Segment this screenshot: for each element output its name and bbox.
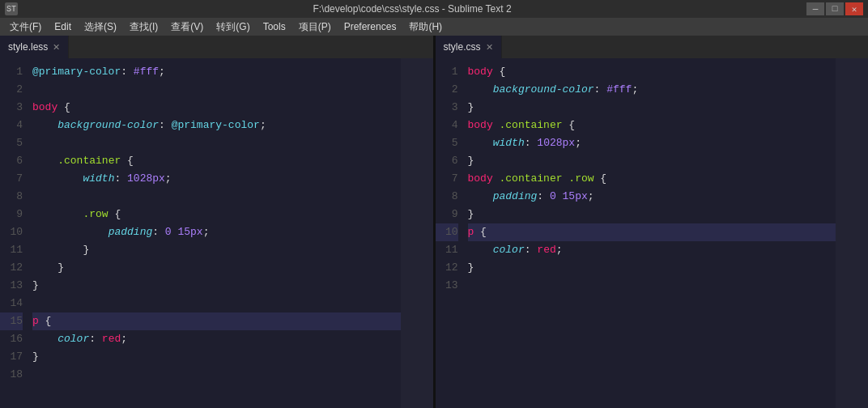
right-editor-panel: style.css ✕ 12345678910111213body { back… — [436, 36, 869, 408]
code-content[interactable]: body { background-color: #fff;}body .con… — [465, 58, 836, 408]
right-tab-close[interactable]: ✕ — [486, 43, 493, 52]
right-tab-label: style.css — [444, 41, 481, 53]
app-icon: ST — [5, 2, 18, 15]
code-line: p { — [32, 312, 401, 330]
right-tab-bar: style.css ✕ — [436, 36, 869, 58]
code-token: { — [39, 315, 52, 327]
menu-item-f[interactable]: 文件(F) — [3, 19, 48, 36]
code-token — [32, 226, 108, 238]
left-tab-close[interactable]: ✕ — [53, 43, 60, 52]
code-line: @primary-color: #fff; — [32, 63, 401, 81]
code-token: } — [468, 208, 474, 220]
code-token: ; — [159, 66, 165, 78]
code-line: background-color: @primary-color; — [32, 117, 401, 134]
code-line: width: 1028px; — [468, 134, 836, 152]
code-token: ; — [556, 244, 563, 256]
maximize-button[interactable]: □ — [826, 2, 844, 15]
menu-item-s[interactable]: 选择(S) — [78, 19, 123, 36]
code-token: } — [83, 244, 89, 256]
code-line: padding: 0 15px; — [32, 223, 401, 241]
code-token: 1028px — [121, 172, 165, 185]
code-token: } — [32, 351, 39, 363]
left-tab-bar: style.less ✕ — [0, 36, 433, 58]
code-token: { — [474, 226, 487, 238]
code-line — [32, 295, 401, 312]
menu-item-g[interactable]: 转到(G) — [210, 19, 256, 36]
code-token: 0 15px — [543, 190, 588, 202]
menu-item-h[interactable]: 帮助(H) — [402, 19, 449, 36]
code-token: ; — [588, 190, 594, 202]
code-token — [32, 155, 57, 167]
code-token: color — [57, 333, 89, 345]
code-token: } — [468, 155, 474, 167]
code-line: color: red; — [32, 330, 401, 348]
code-content[interactable]: @primary-color: #fff; body { background-… — [29, 58, 401, 408]
menu-item-i[interactable]: 查找(I) — [123, 19, 164, 36]
code-token: padding — [493, 190, 538, 202]
code-token: @primary-color — [32, 66, 121, 78]
code-token: } — [468, 101, 474, 113]
right-tab[interactable]: style.css ✕ — [436, 36, 502, 58]
menu-item-p[interactable]: 项目(P) — [292, 19, 338, 36]
code-token: : — [525, 244, 531, 256]
code-token — [468, 190, 493, 202]
code-token: color — [493, 244, 525, 256]
code-line: } — [468, 99, 836, 117]
code-token: .container .row — [500, 172, 594, 185]
line-numbers: 123456789101112131415161718 — [0, 58, 29, 408]
minimize-button[interactable]: — — [806, 2, 824, 15]
code-line: padding: 0 15px; — [468, 188, 836, 206]
left-editor-panel: style.less ✕ 123456789101112131415161718… — [0, 36, 436, 408]
code-line — [32, 366, 401, 384]
code-token: { — [563, 119, 576, 131]
code-token: } — [32, 279, 39, 291]
code-line — [32, 188, 401, 206]
code-line: } — [468, 152, 836, 170]
line-numbers: 12345678910111213 — [436, 58, 465, 408]
code-line: background-color: #fff; — [468, 81, 836, 99]
code-line: width: 1028px; — [32, 170, 401, 188]
code-token: { — [493, 66, 506, 78]
code-token: : — [89, 333, 96, 345]
code-token: .container — [57, 155, 121, 167]
code-token: ; — [575, 137, 581, 149]
code-token: 1028px — [531, 137, 576, 149]
code-token: p — [32, 315, 39, 327]
menu-bar: 文件(F)Edit选择(S)查找(I)查看(V)转到(G)Tools项目(P)P… — [0, 18, 868, 36]
code-line: } — [32, 277, 401, 295]
code-token: ; — [165, 172, 172, 185]
code-token: background-color — [493, 83, 594, 96]
code-token — [32, 172, 83, 185]
code-token: width — [493, 137, 525, 149]
code-token: ; — [203, 226, 210, 238]
left-code-area[interactable]: 123456789101112131415161718@primary-colo… — [0, 58, 433, 408]
right-code-area[interactable]: 12345678910111213body { background-color… — [436, 58, 869, 408]
code-token: red — [96, 333, 121, 345]
title-bar: ST F:\develop\code\css\style.css - Subli… — [0, 0, 868, 18]
close-button[interactable]: ✕ — [845, 2, 863, 15]
code-token: body — [468, 66, 493, 78]
code-line: body { — [32, 99, 401, 117]
menu-item-edit[interactable]: Edit — [48, 19, 78, 34]
code-token: background-color — [57, 119, 159, 131]
code-token — [32, 333, 57, 345]
code-token: .container — [500, 119, 563, 131]
code-line — [468, 277, 836, 295]
code-token: : — [159, 119, 165, 131]
code-line — [32, 81, 401, 99]
code-line: } — [32, 259, 401, 277]
code-token: red — [531, 244, 556, 256]
code-token — [468, 137, 493, 149]
left-tab[interactable]: style.less ✕ — [0, 36, 69, 58]
code-line: body { — [468, 63, 836, 81]
minimap — [836, 58, 868, 408]
menu-item-preferences[interactable]: Preferences — [338, 19, 403, 34]
menu-item-tools[interactable]: Tools — [257, 19, 292, 34]
menu-item-v[interactable]: 查看(V) — [164, 19, 210, 36]
left-tab-label: style.less — [8, 41, 48, 53]
code-token — [468, 83, 493, 96]
code-line: .row { — [32, 206, 401, 223]
code-token — [32, 261, 57, 274]
code-token: { — [594, 172, 607, 185]
code-token: : — [121, 66, 134, 78]
